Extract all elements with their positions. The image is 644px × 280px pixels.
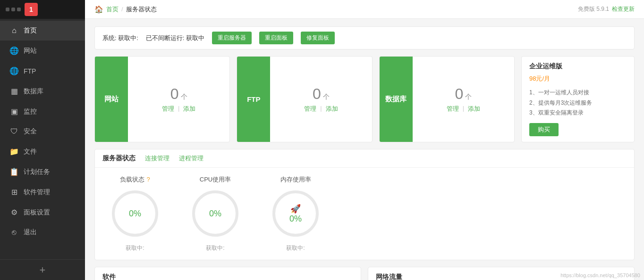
website-add-link[interactable]: 添加: [183, 105, 195, 113]
cpu-gauge: CPU使用率 0% 获取中:: [189, 175, 241, 252]
database-manage-link[interactable]: 管理: [447, 105, 459, 113]
sidebar-item-label: 数据库: [24, 87, 43, 96]
sidebar-item-home[interactable]: ⌂ 首页: [0, 21, 85, 41]
sidebar-item-ftp[interactable]: 🌐 FTP: [0, 61, 85, 81]
sidebar-item-label: 计划任务: [24, 168, 50, 176]
window-dot-1: [6, 8, 9, 11]
server-panel-title: 服务器状态: [102, 154, 136, 163]
database-stat-card: 数据库 0 个 管理 | 添加: [379, 56, 515, 142]
enterprise-item-2: 2、提供每月3次运维服务: [529, 98, 627, 108]
window-dot-2: [11, 8, 15, 11]
sidebar-item-label: 监控: [24, 107, 37, 116]
server-status-panel: 服务器状态 连接管理 进程管理 负载状态 ?: [94, 149, 635, 260]
add-button[interactable]: +: [0, 259, 85, 280]
sidebar-item-website[interactable]: 🌐 网站: [0, 41, 85, 61]
sidebar-item-settings[interactable]: ⚙ 面板设置: [0, 202, 85, 222]
sidebar-item-label: FTP: [24, 67, 36, 75]
website-manage-link[interactable]: 管理: [162, 105, 174, 113]
update-link[interactable]: 检查更新: [612, 5, 635, 13]
ftp-icon: 🌐: [9, 66, 19, 75]
memory-label: 内存使用率: [280, 175, 311, 184]
restart-panel-button[interactable]: 重启面板: [259, 32, 293, 44]
topbar: 🏠 首页 / 服务器状态 免费版 5.9.1 检查更新: [85, 0, 644, 19]
software-icon: ⊞: [9, 188, 19, 197]
ftp-actions: 管理 | 添加: [304, 105, 338, 113]
sidebar-item-label: 软件管理: [24, 188, 50, 197]
memory-gauge-value: 🚀 0%: [289, 203, 302, 223]
network-panel-title: 网络流量: [376, 273, 627, 280]
sidebar-item-label: 面板设置: [24, 208, 50, 217]
ftp-unit: 个: [323, 93, 330, 101]
sidebar-item-label: 安全: [24, 127, 37, 136]
sidebar-item-logout[interactable]: ⎋ 退出: [0, 222, 85, 242]
repair-panel-button[interactable]: 修复面板: [301, 32, 335, 44]
ftp-add-link[interactable]: 添加: [326, 105, 338, 113]
breadcrumb-home[interactable]: 首页: [106, 5, 119, 14]
software-panel-title: 软件: [102, 273, 353, 280]
tab-connection-management[interactable]: 连接管理: [145, 154, 169, 163]
sidebar-item-crontab[interactable]: 📋 计划任务: [0, 162, 85, 182]
window-dot-3: [17, 8, 21, 11]
sidebar: 1 ⌂ 首页 🌐 网站 🌐 FTP ▦ 数据库 ▣ 监控 🛡 安全 📁 文件: [0, 0, 85, 280]
website-card-body: 0 个 管理 | 添加: [128, 57, 229, 142]
ftp-manage-link[interactable]: 管理: [304, 105, 316, 113]
enterprise-card: 企业运维版 98元/月 1、一对一运维人员对接 2、提供每月3次运维服务 3、双…: [521, 56, 635, 142]
rocket-icon: 🚀: [290, 203, 301, 214]
breadcrumb: 🏠 首页 / 服务器状态: [94, 5, 157, 14]
memory-gauge: 内存使用率 🚀 0% 获取中:: [270, 175, 322, 252]
database-add-link[interactable]: 添加: [468, 105, 480, 113]
content-area: 系统: 获取中: 已不间断运行: 获取中 重启服务器 重启面板 修复面板 网站 …: [85, 19, 644, 280]
system-status-bar: 系统: 获取中: 已不间断运行: 获取中 重启服务器 重启面板 修复面板: [94, 26, 635, 49]
sidebar-nav: ⌂ 首页 🌐 网站 🌐 FTP ▦ 数据库 ▣ 监控 🛡 安全 📁 文件 📋: [0, 19, 85, 259]
sidebar-item-label: 退出: [24, 228, 37, 237]
monitor-icon: ▣: [9, 107, 19, 116]
enterprise-list: 1、一对一运维人员对接 2、提供每月3次运维服务 3、双重安全隔离登录: [529, 88, 627, 118]
tab-process-management[interactable]: 进程管理: [179, 154, 203, 163]
sidebar-item-files[interactable]: 📁 文件: [0, 141, 85, 162]
load-label: 负载状态 ?: [120, 175, 150, 184]
database-icon: ▦: [9, 87, 19, 96]
sidebar-item-database[interactable]: ▦ 数据库: [0, 81, 85, 101]
sidebar-item-label: 网站: [24, 47, 37, 55]
website-stat-card: 网站 0 个 管理 | 添加: [94, 56, 230, 142]
system-label: 系统: 获取中:: [102, 34, 138, 42]
database-card-body: 0 个 管理 | 添加: [413, 57, 514, 142]
ftp-card-label: FTP: [237, 57, 270, 142]
buy-button[interactable]: 购买: [529, 123, 559, 136]
breadcrumb-separator: /: [121, 6, 123, 13]
sidebar-item-label: 首页: [24, 26, 37, 35]
sidebar-header: 1: [0, 0, 85, 19]
enterprise-item-1: 1、一对一运维人员对接: [529, 88, 627, 98]
settings-icon: ⚙: [9, 208, 19, 217]
website-unit: 个: [181, 93, 187, 101]
sidebar-item-monitor[interactable]: ▣ 监控: [0, 101, 85, 122]
shield-icon: 🛡: [9, 127, 19, 136]
crontab-icon: 📋: [9, 167, 19, 176]
stats-row: 网站 0 个 管理 | 添加 FTP: [94, 56, 635, 142]
home-icon: ⌂: [9, 26, 19, 35]
website-actions: 管理 | 添加: [162, 105, 195, 113]
bottom-panels: 软件 网络流量: [94, 267, 635, 280]
website-count: 0: [170, 85, 179, 103]
server-panel-header: 服务器状态 连接管理 进程管理: [95, 149, 634, 168]
cpu-gauge-sub: 获取中:: [206, 244, 224, 252]
cpu-gauge-container: 0%: [189, 188, 241, 239]
load-help-icon[interactable]: ?: [146, 176, 150, 183]
app-logo: 1: [25, 3, 38, 16]
database-actions: 管理 | 添加: [447, 105, 480, 113]
ftp-count: 0: [313, 85, 321, 103]
folder-icon: 📁: [9, 147, 19, 156]
sidebar-item-security[interactable]: 🛡 安全: [0, 122, 85, 141]
database-count: 0: [455, 85, 463, 103]
load-gauge: 负载状态 ? 0% 获取中:: [109, 175, 161, 252]
load-gauge-sub: 获取中:: [126, 244, 144, 252]
topbar-right: 免费版 5.9.1 检查更新: [578, 5, 635, 13]
sidebar-item-software[interactable]: ⊞ 软件管理: [0, 182, 85, 202]
enterprise-title: 企业运维版: [529, 62, 627, 71]
load-gauge-container: 0%: [109, 188, 161, 239]
restart-server-button[interactable]: 重启服务器: [212, 32, 252, 44]
main-content: 🏠 首页 / 服务器状态 免费版 5.9.1 检查更新 系统: 获取中: 已不间…: [85, 0, 644, 280]
load-gauge-value: 0%: [129, 208, 141, 218]
cpu-gauge-value: 0%: [209, 208, 221, 218]
memory-gauge-sub: 获取中:: [286, 244, 305, 252]
